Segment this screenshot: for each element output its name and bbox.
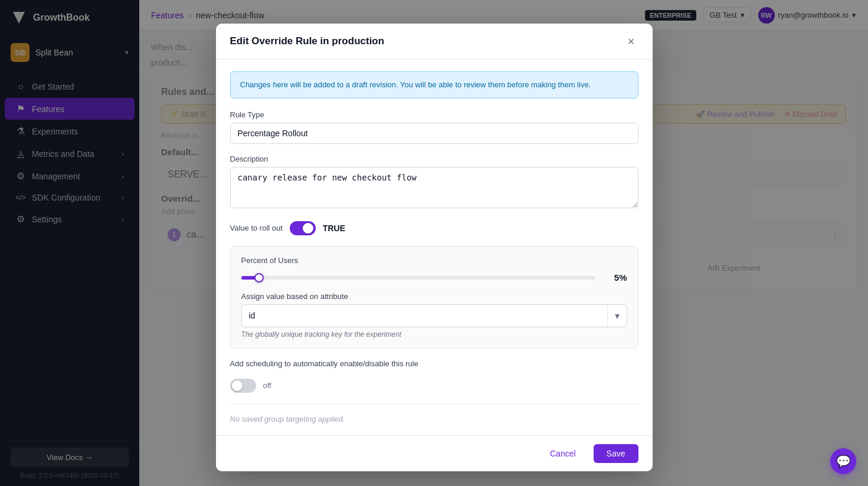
- schedule-label: Add scheduling to automatically enable/d…: [230, 359, 418, 368]
- modal-backdrop: Edit Override Rule in production × Chang…: [0, 0, 868, 486]
- info-alert-text: Changes here will be added to a draft re…: [240, 80, 591, 89]
- attr-select-row[interactable]: id ▾: [241, 304, 627, 327]
- description-label: Description: [230, 155, 638, 163]
- saved-group-text: No saved group targeting applied.: [230, 415, 638, 423]
- attr-hint: The globally unique tracking key for the…: [241, 330, 627, 339]
- modal-divider: [230, 403, 638, 404]
- slider-thumb[interactable]: [254, 273, 264, 283]
- slider-track: [241, 276, 595, 280]
- toggle-value-text: TRUE: [323, 224, 345, 233]
- slider-wrapper[interactable]: [241, 272, 595, 284]
- modal-close-button[interactable]: ×: [624, 34, 638, 48]
- edit-rule-modal: Edit Override Rule in production × Chang…: [216, 24, 653, 471]
- schedule-state-text: off: [263, 381, 271, 390]
- modal-header: Edit Override Rule in production ×: [216, 24, 653, 60]
- attr-select-value: id: [242, 306, 607, 326]
- schedule-toggle[interactable]: [230, 379, 256, 393]
- cancel-button[interactable]: Cancel: [539, 444, 587, 463]
- description-textarea[interactable]: canary release for new checkout flow: [230, 167, 638, 208]
- save-button[interactable]: Save: [594, 444, 638, 463]
- chat-icon[interactable]: 💬: [830, 448, 856, 474]
- percent-label: Percent of Users: [241, 256, 627, 265]
- slider-row: 5%: [241, 272, 627, 284]
- chat-icon-symbol: 💬: [836, 454, 851, 468]
- modal-body: Changes here will be added to a draft re…: [216, 60, 653, 435]
- schedule-row: Add scheduling to automatically enable/d…: [230, 359, 638, 368]
- value-toggle[interactable]: [290, 221, 316, 235]
- schedule-toggle-row: off: [230, 379, 638, 393]
- value-toggle-row: Value to roll out TRUE: [230, 221, 638, 235]
- attr-select-chevron-icon[interactable]: ▾: [607, 305, 627, 327]
- modal-title: Edit Override Rule in production: [230, 35, 385, 47]
- percent-box: Percent of Users 5% Assign value based o…: [230, 246, 638, 349]
- rule-type-input[interactable]: [230, 123, 638, 144]
- description-group: Description canary release for new check…: [230, 155, 638, 211]
- attr-label: Assign value based on attribute: [241, 292, 627, 301]
- info-alert: Changes here will be added to a draft re…: [230, 71, 638, 98]
- rule-type-label: Rule Type: [230, 110, 638, 119]
- percent-value: 5%: [604, 272, 627, 283]
- value-rollout-label: Value to roll out: [230, 224, 283, 232]
- rule-type-group: Rule Type: [230, 110, 638, 144]
- modal-footer: Cancel Save: [216, 435, 653, 471]
